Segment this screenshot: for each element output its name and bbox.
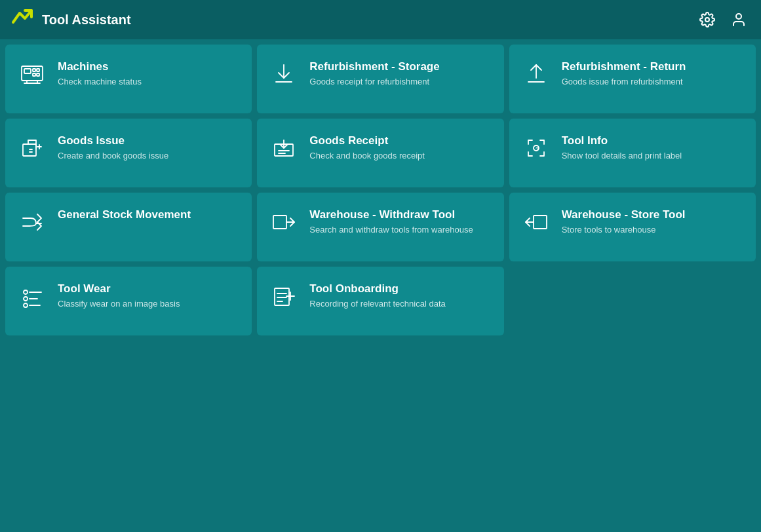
- tile-goods-issue[interactable]: Goods Issue Create and book goods issue: [5, 119, 252, 187]
- tile-general-stock-title: General Stock Movement: [58, 208, 191, 221]
- svg-rect-28: [534, 216, 547, 229]
- tile-tool-info[interactable]: ? Tool Info Show tool details and print …: [509, 119, 756, 187]
- tile-warehouse-store-text: Warehouse - Store Tool Store tools to wa…: [562, 208, 686, 236]
- tile-goods-receipt-title: Goods Receipt: [309, 134, 425, 147]
- svg-rect-26: [273, 216, 286, 229]
- svg-point-0: [705, 18, 709, 22]
- tile-warehouse-withdraw-title: Warehouse - Withdraw Tool: [309, 208, 473, 221]
- tile-refurb-return-title: Refurbishment - Return: [562, 60, 686, 73]
- tile-refurb-return-text: Refurbishment - Return Goods issue from …: [562, 60, 686, 88]
- goods-receipt-icon: [270, 134, 298, 162]
- tile-tool-wear[interactable]: Tool Wear Classify wear on an image basi…: [5, 267, 252, 335]
- app-header: Tool Assistant: [0, 0, 761, 39]
- tile-machines[interactable]: Machines Check machine status: [5, 45, 252, 113]
- tool-info-icon: ?: [522, 134, 550, 162]
- tile-tool-onboarding-subtitle: Recording of relevant technical data: [309, 298, 445, 310]
- machines-icon: [18, 60, 46, 88]
- tile-grid: Machines Check machine status Refurbishm…: [0, 39, 761, 532]
- tile-general-stock-text: General Stock Movement: [58, 208, 191, 224]
- tile-tool-onboarding[interactable]: Tool Onboarding Recording of relevant te…: [257, 267, 503, 335]
- tile-warehouse-store-subtitle: Store tools to warehouse: [562, 224, 686, 236]
- header-actions: [695, 8, 751, 31]
- settings-button[interactable]: [695, 8, 719, 31]
- tile-tool-info-subtitle: Show tool details and print label: [562, 150, 682, 162]
- app-title: Tool Assistant: [42, 12, 688, 28]
- store-icon: [522, 208, 550, 236]
- download-icon: [270, 60, 298, 88]
- svg-rect-3: [24, 69, 31, 73]
- tile-tool-info-text: Tool Info Show tool details and print la…: [562, 134, 682, 162]
- tile-goods-issue-subtitle: Create and book goods issue: [58, 150, 168, 162]
- svg-point-34: [24, 303, 28, 307]
- onboarding-icon: [270, 282, 298, 310]
- withdraw-icon: [270, 208, 298, 236]
- tile-tool-wear-subtitle: Classify wear on an image basis: [58, 298, 180, 310]
- tile-refurb-return[interactable]: Refurbishment - Return Goods issue from …: [509, 45, 756, 113]
- tile-warehouse-withdraw[interactable]: Warehouse - Withdraw Tool Search and wit…: [257, 193, 503, 261]
- tile-goods-receipt-subtitle: Check and book goods receipt: [309, 150, 425, 162]
- goods-issue-icon: [18, 134, 46, 162]
- tile-refurb-storage-title: Refurbishment - Storage: [309, 60, 439, 73]
- svg-rect-15: [23, 144, 36, 156]
- upload-icon: [522, 60, 550, 88]
- tile-machines-title: Machines: [58, 60, 142, 73]
- svg-point-32: [24, 297, 28, 301]
- tile-tool-info-title: Tool Info: [562, 134, 682, 147]
- svg-rect-5: [37, 69, 39, 71]
- svg-text:?: ?: [536, 146, 539, 152]
- tile-goods-receipt[interactable]: Goods Receipt Check and book goods recei…: [257, 119, 503, 187]
- tile-goods-issue-text: Goods Issue Create and book goods issue: [58, 134, 168, 162]
- tile-machines-subtitle: Check machine status: [58, 76, 142, 88]
- tile-tool-wear-title: Tool Wear: [58, 282, 180, 295]
- tile-refurb-storage[interactable]: Refurbishment - Storage Goods receipt fo…: [257, 45, 503, 113]
- tile-warehouse-store[interactable]: Warehouse - Store Tool Store tools to wa…: [509, 193, 756, 261]
- tile-machines-text: Machines Check machine status: [58, 60, 142, 88]
- tile-refurb-return-subtitle: Goods issue from refurbishment: [562, 76, 686, 88]
- tile-general-stock[interactable]: General Stock Movement: [5, 193, 252, 261]
- svg-point-30: [24, 290, 28, 294]
- tile-goods-receipt-text: Goods Receipt Check and book goods recei…: [309, 134, 425, 162]
- svg-point-1: [736, 14, 741, 19]
- svg-rect-4: [33, 69, 35, 71]
- svg-rect-7: [37, 73, 39, 76]
- tile-goods-issue-title: Goods Issue: [58, 134, 168, 147]
- tile-tool-onboarding-text: Tool Onboarding Recording of relevant te…: [309, 282, 445, 310]
- tile-warehouse-withdraw-text: Warehouse - Withdraw Tool Search and wit…: [309, 208, 473, 236]
- tool-wear-icon: [18, 282, 46, 310]
- tile-refurb-storage-text: Refurbishment - Storage Goods receipt fo…: [309, 60, 439, 88]
- app-logo: [10, 7, 34, 33]
- svg-rect-6: [33, 73, 35, 76]
- profile-button[interactable]: [727, 8, 751, 31]
- tile-refurb-storage-subtitle: Goods receipt for refurbishment: [309, 76, 439, 88]
- tile-warehouse-store-title: Warehouse - Store Tool: [562, 208, 686, 221]
- tile-tool-onboarding-title: Tool Onboarding: [309, 282, 445, 295]
- shuffle-icon: [18, 208, 46, 236]
- tile-warehouse-withdraw-subtitle: Search and withdraw tools from warehouse: [309, 224, 473, 236]
- tile-tool-wear-text: Tool Wear Classify wear on an image basi…: [58, 282, 180, 310]
- svg-rect-36: [275, 288, 289, 305]
